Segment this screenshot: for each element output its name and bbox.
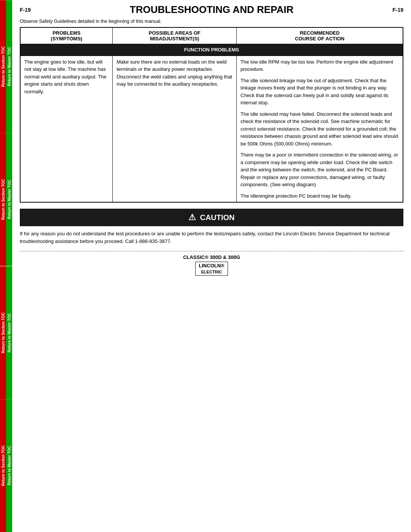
section-header-row: FUNCTION PROBLEMS [20, 44, 403, 56]
brand-sub: ELECTRIC [201, 269, 222, 275]
page-title: TROUBLESHOOTING AND REPAIR [31, 4, 392, 16]
dashed-separator [20, 251, 403, 251]
safety-note: Observe Safety Guidelines detailed in th… [20, 19, 403, 24]
actions-cell: The low idle RPM may be too low. Perform… [237, 56, 403, 202]
master-toc-tab-3[interactable]: Return to Master TOC [6, 266, 12, 399]
footer-product-text: CLASSIC® 300D & 300G [183, 254, 240, 260]
col-header-misadjustments: POSSIBLE AREAS OFMISADJUSTMENT(S) [113, 27, 237, 44]
side-tabs: Return to Section TOC Return to Master T… [0, 0, 12, 532]
col-header-actions: RECOMMENDEDCOURSE OF ACTION [237, 27, 403, 44]
lincoln-logo: LINCOLN® ELECTRIC [195, 262, 228, 276]
brand-name: LINCOLN® [199, 263, 224, 269]
troubleshooting-table: PROBLEMS(SYMPTOMS) POSSIBLE AREAS OFMISA… [20, 27, 403, 203]
master-toc-tab-2[interactable]: Return to Master TOC [6, 133, 12, 266]
action-para-3: The idle solenoid may have failed. Disco… [241, 110, 399, 148]
section-toc-tab-2[interactable]: Return to Section TOC [0, 133, 6, 266]
section-toc-tab-1[interactable]: Return to Section TOC [0, 0, 6, 133]
section-toc-tab-3[interactable]: Return to Section TOC [0, 266, 6, 399]
action-para-4: There may be a poor or intermittent conn… [241, 151, 399, 189]
caution-box: ⚠ CAUTION [20, 209, 403, 226]
section-toc-tab-4[interactable]: Return to Section TOC [0, 399, 6, 532]
page-number-left: F-19 [20, 7, 31, 13]
action-para-1: The low idle RPM may be too low. Perform… [241, 58, 399, 73]
master-toc-tab-4[interactable]: Return to Master TOC [6, 399, 12, 532]
action-para-5: The idle/engine protection PC board may … [241, 192, 399, 200]
footer-product: CLASSIC® 300D & 300G [20, 254, 403, 260]
page-header: F-19 TROUBLESHOOTING AND REPAIR F-19 [20, 4, 403, 16]
col-header-problems: PROBLEMS(SYMPTOMS) [20, 27, 113, 44]
caution-triangle-icon: ⚠ [188, 212, 196, 222]
problem-cell: The engine goes to low idle, but will no… [20, 56, 113, 202]
main-content: F-19 TROUBLESHOOTING AND REPAIR F-19 Obs… [12, 0, 411, 283]
section-header-label: FUNCTION PROBLEMS [20, 44, 403, 56]
misadjustments-text: Make sure there are no external loads on… [116, 59, 232, 87]
table-header-row: PROBLEMS(SYMPTOMS) POSSIBLE AREAS OFMISA… [20, 27, 403, 44]
table-row: The engine goes to low idle, but will no… [20, 56, 403, 202]
caution-label: CAUTION [200, 213, 234, 222]
action-para-2: The idle solenoid linkage may be out of … [241, 77, 399, 107]
misadjustments-cell: Make sure there are no external loads on… [113, 56, 237, 202]
caution-text: If for any reason you do not understand … [20, 230, 403, 245]
page-footer: CLASSIC® 300D & 300G LINCOLN® ELECTRIC [20, 254, 403, 276]
page-number-right: F-19 [392, 7, 403, 13]
problem-text: The engine goes to low idle, but will no… [24, 59, 107, 94]
master-toc-tab-1[interactable]: Return to Master TOC [6, 0, 12, 133]
